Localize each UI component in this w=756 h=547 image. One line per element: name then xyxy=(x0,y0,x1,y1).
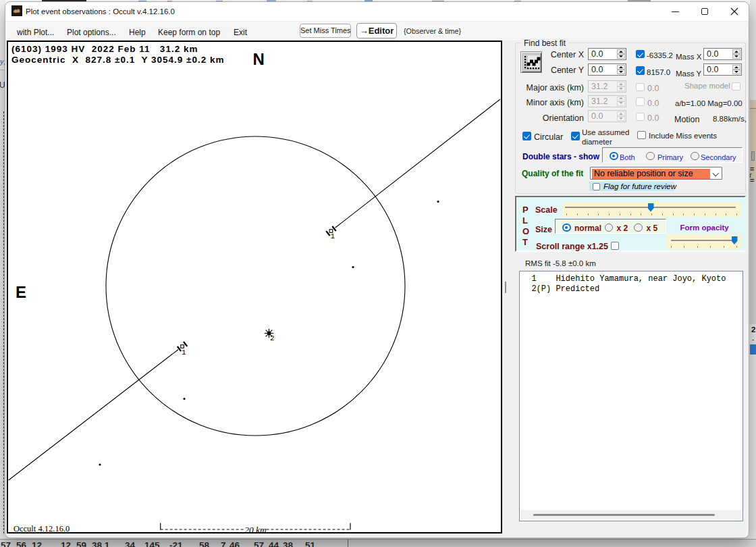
double-stars-secondary-label[interactable]: Secondary xyxy=(701,153,736,161)
chevron-down-icon xyxy=(712,170,718,176)
form-opacity-slider-thumb[interactable] xyxy=(732,236,738,245)
ab-mag-label: a/b=1.00 Mag=0.00 xyxy=(675,99,742,107)
major-axis-spinner[interactable]: 31.2 xyxy=(588,80,626,93)
size-x5-radio[interactable] xyxy=(634,224,643,232)
spin-down-icon[interactable] xyxy=(732,54,740,59)
orientation-value: 0.0 xyxy=(591,111,603,121)
shape-model-label: Shape model xyxy=(684,82,730,90)
major-aux-value: 0.0 xyxy=(647,84,659,93)
double-stars-primary-radio[interactable] xyxy=(646,152,655,161)
quality-of-fit-label: Quality of the fit xyxy=(522,169,583,178)
menu-plot-options[interactable]: Plot options... xyxy=(67,28,116,37)
plot-canvas[interactable]: text { fill:#000; white-space:pre; } .hd… xyxy=(7,41,502,533)
spin-down-icon xyxy=(617,86,625,91)
bg-left-dashed-line xyxy=(3,111,4,533)
splitter-grip[interactable] xyxy=(505,282,506,293)
flag-review-checkbox[interactable] xyxy=(593,183,601,191)
close-button[interactable] xyxy=(719,2,749,21)
minimize-button[interactable] xyxy=(659,2,691,21)
bg-right-text-fragment: - xyxy=(752,336,754,343)
bg-bottom-number: 38 xyxy=(283,540,293,547)
quality-selected-value: No reliable position or size xyxy=(592,169,710,179)
title-bar[interactable]: Plot event observations : Occult v.4.12.… xyxy=(5,2,749,21)
background-window-bottom-sliver: 575612125938.134145-215874657443851 xyxy=(0,539,756,547)
spin-up-icon[interactable] xyxy=(617,49,625,54)
bg-bottom-number: 7 xyxy=(221,540,226,547)
slider-tick xyxy=(684,246,684,249)
form-opacity-label: Form opacity xyxy=(680,224,729,232)
scale-slider[interactable] xyxy=(563,203,741,217)
maximize-button[interactable] xyxy=(689,2,720,21)
fit-x-checkbox[interactable] xyxy=(636,50,645,59)
menu-keep-form-on-top[interactable]: Keep form on top xyxy=(158,28,220,37)
fit-y-checkbox[interactable] xyxy=(636,66,645,75)
orientation-spinner[interactable]: 0.0 xyxy=(588,110,626,122)
plot-dot xyxy=(437,201,439,203)
minor-axis-checkbox[interactable] xyxy=(636,97,645,106)
center-y-spinner[interactable]: 0.0 xyxy=(588,63,626,76)
orientation-aux-value: 0.0 xyxy=(647,113,659,123)
minor-axis-spinner[interactable]: 31.2 xyxy=(588,95,626,107)
center-x-spinner[interactable]: 0.0 xyxy=(588,48,626,60)
spin-down-icon[interactable] xyxy=(617,54,625,59)
slider-tick xyxy=(710,246,711,249)
include-miss-events-checkbox[interactable] xyxy=(637,131,646,140)
quality-combobox[interactable]: No reliable position or size xyxy=(590,167,722,180)
scale-slider-thumb[interactable] xyxy=(648,203,654,212)
menu-exit[interactable]: Exit xyxy=(234,28,247,37)
spin-up-icon xyxy=(617,97,625,101)
scroll-range-checkbox[interactable] xyxy=(611,242,619,250)
set-miss-times-button[interactable]: Set Miss Times xyxy=(300,24,351,38)
size-x2-label[interactable]: x 2 xyxy=(617,224,628,233)
slider-tick xyxy=(673,213,674,216)
slider-tick xyxy=(726,213,726,216)
bg-bottom-number: 34 xyxy=(125,540,135,547)
mass-x-spinner[interactable]: 0.0 xyxy=(703,48,742,60)
minor-axis-label: Minor axis (km) xyxy=(516,98,584,107)
double-stars-both-label[interactable]: Both xyxy=(620,153,635,161)
spin-up-icon[interactable] xyxy=(732,49,740,54)
slider-tick xyxy=(588,213,589,216)
form-opacity-slider[interactable] xyxy=(666,234,740,249)
double-stars-primary-label[interactable]: Primary xyxy=(657,153,683,161)
observer-list-hscrollbar-thumb[interactable] xyxy=(533,514,715,516)
observer-list[interactable]: 1 Hidehito Yamamura, near Joyo, Kyoto 2(… xyxy=(519,271,743,521)
observation-chord xyxy=(9,350,178,480)
circular-label: Circular xyxy=(534,132,563,142)
observation-chord xyxy=(335,99,500,228)
bg-bottom-number: 46 xyxy=(230,540,240,547)
circular-checkbox[interactable] xyxy=(522,132,531,140)
size-x5-label[interactable]: x 5 xyxy=(647,224,658,233)
use-assumed-diameter-checkbox[interactable] xyxy=(571,132,580,140)
spin-down-icon[interactable] xyxy=(732,70,740,74)
mass-y-spinner[interactable]: 0.0 xyxy=(703,63,742,76)
slider-tick xyxy=(705,213,705,216)
slider-tick xyxy=(609,213,610,216)
spin-down-icon[interactable] xyxy=(617,70,625,74)
find-best-fit-title: Find best fit xyxy=(521,38,568,48)
menu-help[interactable]: Help xyxy=(129,28,146,37)
double-stars-secondary-radio[interactable] xyxy=(691,152,699,161)
size-normal-radio[interactable] xyxy=(562,224,571,232)
observer-list-hscrollbar[interactable] xyxy=(520,510,742,520)
mass-y-label: Mass Y xyxy=(676,70,701,78)
slider-tick xyxy=(724,246,724,249)
include-miss-events-label: Include Miss events xyxy=(649,132,717,140)
occult-plot-window: Plot event observations : Occult v.4.12.… xyxy=(5,1,749,538)
background-window-right-sliver: = r = 2 - xyxy=(750,0,756,547)
spin-up-icon[interactable] xyxy=(732,65,740,70)
shape-model-checkbox[interactable] xyxy=(732,82,740,91)
size-normal-label[interactable]: normal xyxy=(574,224,601,233)
bg-bottom-number: 57 xyxy=(1,540,11,547)
spin-up-icon[interactable] xyxy=(617,65,625,70)
bg-bottom-number: 58 xyxy=(199,540,209,547)
orientation-checkbox[interactable] xyxy=(636,113,645,122)
editor-button[interactable]: →Editor xyxy=(356,23,397,38)
double-stars-both-radio[interactable] xyxy=(610,152,618,161)
app-icon xyxy=(11,5,22,16)
major-axis-checkbox[interactable] xyxy=(636,83,645,92)
north-label: N xyxy=(253,50,265,68)
menu-with-plot[interactable]: with Plot... xyxy=(17,28,54,37)
size-x2-radio[interactable] xyxy=(605,224,614,232)
plot-version-label: Occult 4.12.16.0 xyxy=(14,524,70,533)
